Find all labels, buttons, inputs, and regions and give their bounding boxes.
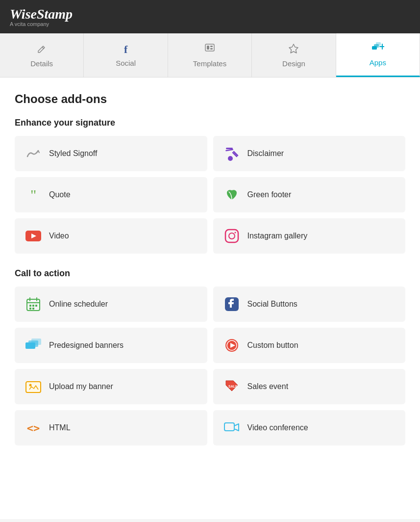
svg-point-35 <box>29 384 32 387</box>
addon-label-html: HTML <box>49 423 71 432</box>
svg-rect-23 <box>32 305 34 307</box>
addon-video[interactable]: Video <box>15 218 207 254</box>
instagram-icon <box>223 227 241 245</box>
addon-quote[interactable]: " Quote <box>15 177 207 212</box>
nav-item-social[interactable]: f Social <box>84 33 168 77</box>
svg-rect-26 <box>32 308 34 310</box>
addon-online-scheduler[interactable]: Online scheduler <box>15 287 207 322</box>
addon-video-conference[interactable]: Video conference <box>213 410 406 445</box>
app-header: WiseStamp A vcita company <box>0 0 420 33</box>
svg-rect-2 <box>210 46 213 47</box>
addon-label-sales-event: Sales event <box>247 382 289 391</box>
main-content: Choose add-ons Enhance your signature St… <box>0 78 420 519</box>
addon-label-scheduler: Online scheduler <box>49 300 108 309</box>
svg-point-16 <box>229 233 235 239</box>
svg-rect-24 <box>35 305 37 307</box>
svg-text:SALE: SALE <box>228 385 238 388</box>
addon-label-video-conf: Video conference <box>247 423 308 432</box>
svg-rect-0 <box>205 44 214 51</box>
section-enhance-title: Enhance your signature <box>15 118 405 128</box>
addon-label-upload-banner: Upload my banner <box>49 382 113 391</box>
addon-sales-event[interactable]: SALE Sales event <box>213 369 406 404</box>
logo-text: WiseStamp <box>10 6 73 22</box>
custom-button-icon <box>223 337 241 354</box>
addon-label-disclaimer: Disclaimer <box>247 149 284 158</box>
svg-marker-4 <box>289 44 298 53</box>
nav-label-apps: Apps <box>370 58 386 67</box>
svg-rect-7 <box>376 42 381 46</box>
nav-label-design: Design <box>282 59 305 68</box>
nav-item-design[interactable]: Design <box>252 33 336 77</box>
addon-label-custom-button: Custom button <box>247 341 298 350</box>
templates-icon <box>204 43 215 56</box>
enhance-grid: Styled Signoff Disclaimer " Quote <box>15 136 405 254</box>
nav-label-social: Social <box>116 59 136 67</box>
logo: WiseStamp A vcita company <box>10 6 73 27</box>
logo-subtitle: A vcita company <box>10 21 73 27</box>
html-icon: <> <box>25 419 42 437</box>
svg-rect-1 <box>207 46 209 50</box>
upload-banner-icon <box>25 378 42 395</box>
addon-label-predesigned: Predesigned banners <box>49 341 124 350</box>
svg-rect-34 <box>26 382 41 392</box>
svg-rect-3 <box>210 48 213 50</box>
video-conf-icon <box>223 419 241 437</box>
svg-rect-12 <box>225 149 233 151</box>
addon-label-video: Video <box>49 232 69 240</box>
addon-label-green-footer: Green footer <box>247 190 292 199</box>
addon-social-buttons[interactable]: Social Buttons <box>213 287 406 322</box>
addon-custom-button[interactable]: Custom button <box>213 328 406 363</box>
scheduler-icon <box>25 295 42 313</box>
addon-green-footer[interactable]: Green footer <box>213 177 406 212</box>
nav-item-templates[interactable]: Templates <box>168 33 252 77</box>
video-icon <box>25 227 42 245</box>
nav-item-apps[interactable]: Apps <box>336 33 420 77</box>
page-title: Choose add-ons <box>15 92 405 106</box>
svg-rect-15 <box>225 230 238 242</box>
details-icon <box>36 43 47 56</box>
addon-label-social-buttons: Social Buttons <box>247 300 297 309</box>
social-buttons-icon <box>223 295 241 313</box>
main-nav: Details f Social Templates Design <box>0 33 420 78</box>
addon-upload-banner[interactable]: Upload my banner <box>15 369 207 404</box>
social-icon: f <box>124 43 127 56</box>
svg-rect-22 <box>29 305 31 307</box>
svg-rect-11 <box>226 148 233 149</box>
svg-rect-30 <box>31 339 41 345</box>
addon-label-styled-signoff: Styled Signoff <box>49 149 97 158</box>
addon-label-quote: Quote <box>49 190 71 199</box>
green-footer-icon <box>223 186 241 204</box>
addon-label-instagram: Instagram gallery <box>247 232 308 240</box>
nav-label-details: Details <box>30 59 53 68</box>
sales-event-icon: SALE <box>223 378 241 395</box>
disclaimer-icon <box>223 145 241 162</box>
svg-point-17 <box>234 232 236 234</box>
addon-disclaimer[interactable]: Disclaimer <box>213 136 406 171</box>
svg-rect-37 <box>224 423 234 431</box>
addon-html[interactable]: <> HTML <box>15 410 207 445</box>
addon-instagram-gallery[interactable]: Instagram gallery <box>213 218 406 254</box>
design-icon <box>288 43 299 56</box>
predesigned-icon <box>25 337 42 354</box>
nav-label-templates: Templates <box>193 59 226 68</box>
cta-grid: Online scheduler Social Buttons Predesig… <box>15 287 405 445</box>
nav-item-details[interactable]: Details <box>0 33 84 77</box>
svg-point-10 <box>228 156 233 161</box>
addon-styled-signoff[interactable]: Styled Signoff <box>15 136 207 171</box>
signoff-icon <box>25 145 42 162</box>
apps-icon <box>371 42 384 55</box>
section-cta-title: Call to action <box>15 268 405 279</box>
quote-icon: " <box>25 186 42 204</box>
svg-rect-25 <box>29 308 31 310</box>
addon-predesigned-banners[interactable]: Predesigned banners <box>15 328 207 363</box>
